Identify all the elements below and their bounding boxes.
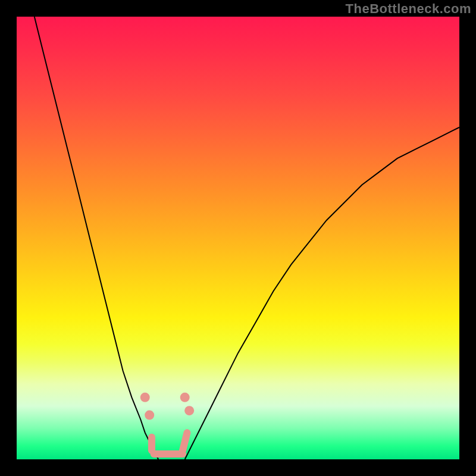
plot-area bbox=[17, 17, 459, 459]
watermark-text: TheBottleneck.com bbox=[346, 1, 471, 17]
highlight-dot-0 bbox=[140, 393, 150, 402]
curve-left-curve bbox=[35, 17, 158, 459]
chart-frame: TheBottleneck.com bbox=[0, 0, 476, 476]
highlight-dot-2 bbox=[180, 393, 190, 402]
highlight-dot-3 bbox=[184, 406, 194, 415]
highlight-seg-6 bbox=[183, 433, 187, 450]
highlight-dot-1 bbox=[145, 411, 154, 420]
curve-right-curve bbox=[185, 127, 459, 459]
chart-svg bbox=[17, 17, 459, 459]
